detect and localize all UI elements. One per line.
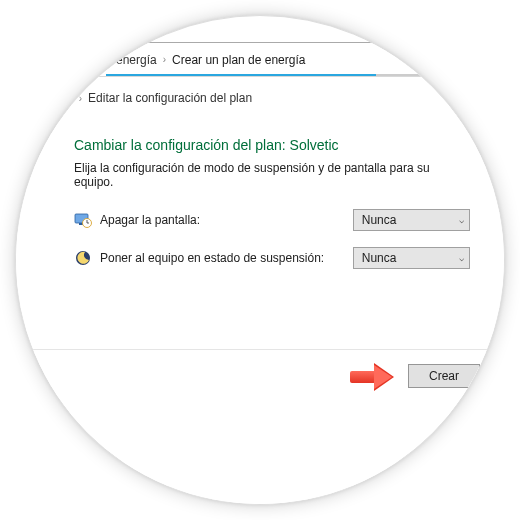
annotation-arrow-icon [350, 363, 396, 389]
chevron-down-icon: ⌵ [459, 215, 464, 225]
dropdown-value: Nunca [362, 213, 397, 227]
display-off-dropdown[interactable]: Nunca ⌵ [353, 209, 470, 231]
chevron-right-icon: › [163, 54, 166, 65]
chevron-down-icon: ⌵ [459, 253, 464, 263]
divider [16, 349, 504, 350]
monitor-clock-icon [74, 211, 92, 229]
breadcrumb-segment[interactable]: Crear un plan de energía [172, 53, 305, 67]
setting-display-off: Apagar la pantalla: Nunca ⌵ [74, 209, 470, 231]
address-bar[interactable]: energía › Crear un plan de energía [16, 43, 504, 77]
create-button[interactable]: Crear [408, 364, 480, 388]
page-subtitle: Elija la configuración de modo de suspen… [74, 161, 470, 189]
breadcrumb: a › Editar la configuración del plan [16, 77, 504, 119]
setting-sleep: Poner al equipo en estado de suspensión:… [74, 247, 470, 269]
moon-icon [74, 249, 92, 267]
content-area: a › Editar la configuración del plan Cam… [16, 77, 504, 504]
sleep-dropdown[interactable]: Nunca ⌵ [353, 247, 470, 269]
dropdown-value: Nunca [362, 251, 397, 265]
chevron-right-icon: › [79, 93, 82, 104]
breadcrumb-segment[interactable]: energía [116, 53, 157, 67]
page-title: Cambiar la configuración del plan: Solve… [74, 137, 470, 153]
setting-label-text: Poner al equipo en estado de suspensión: [100, 251, 324, 265]
breadcrumb-segment[interactable]: Editar la configuración del plan [88, 91, 252, 105]
breadcrumb-segment[interactable]: a [66, 91, 73, 105]
setting-label-text: Apagar la pantalla: [100, 213, 200, 227]
